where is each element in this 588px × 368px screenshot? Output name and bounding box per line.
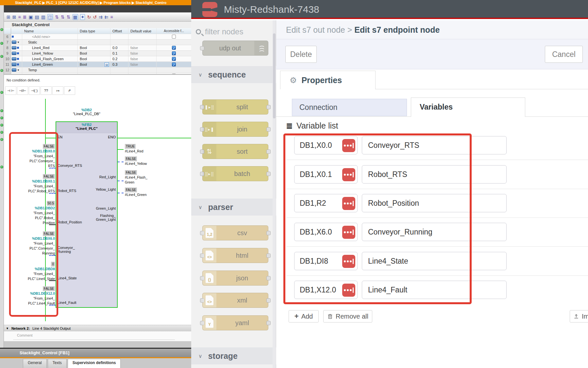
pin-robot-position[interactable]: Robot_Position (58, 220, 82, 224)
tia-toolbar-icon[interactable]: ▤ (35, 14, 39, 20)
scrollbar-thumb[interactable] (273, 33, 276, 118)
tia-toolbar-icon[interactable]: ▥ (41, 14, 45, 20)
tab-variables[interactable]: Variables (411, 97, 525, 117)
row-offset[interactable]: 0.0 (110, 45, 128, 50)
tia-toolbar-icon[interactable]: ⊠ (12, 14, 16, 20)
node-output-port[interactable] (266, 127, 271, 131)
tab-general[interactable]: General (23, 359, 47, 368)
tab-properties[interactable]: ⚙ Properties (280, 71, 376, 89)
tia-toolbar-icon[interactable]: ▦ (73, 14, 78, 20)
palette-node-csv[interactable]: 1,2 csv (202, 225, 268, 240)
tia-toolbar-icon[interactable]: ◫ (47, 14, 53, 20)
pin-robot-rts[interactable]: Robot_RTS (58, 189, 76, 193)
node-output-port[interactable] (266, 254, 271, 258)
add-button[interactable]: + Add (289, 310, 319, 323)
operand-line4-yellow[interactable]: FALSE #Line4_Yellow (125, 156, 147, 166)
tia-toolbar-icon[interactable]: ✦ (80, 14, 85, 20)
empty-box-icon[interactable]: ?? (41, 86, 52, 95)
table-row[interactable]: 6 <Add new> (4, 34, 191, 40)
pin-line4-state[interactable]: Line4_State (58, 276, 77, 280)
row-name[interactable]: Temp (22, 67, 78, 73)
palette-node-json[interactable]: {} json (202, 271, 268, 286)
pin-conveyor-rts[interactable]: Conveyor_RTS (58, 164, 82, 167)
pin-en[interactable]: EN (58, 135, 62, 139)
pin-green-light[interactable]: Green_Light (96, 206, 116, 210)
operand-line4-green[interactable]: FALSE #Line4_Green (125, 187, 147, 197)
node-output-port[interactable] (266, 149, 271, 154)
row-default[interactable]: false (128, 51, 157, 56)
row-name[interactable]: Static (22, 40, 78, 45)
contact-no-icon[interactable]: ⊣ ⊢ (5, 86, 16, 95)
row-datatype[interactable]: Bool (80, 62, 87, 66)
import-button[interactable]: Imp (570, 310, 588, 323)
tia-toolbar-icon[interactable]: ⇅ (55, 14, 59, 20)
palette-section-sequence[interactable]: ∨ sequence (191, 66, 276, 83)
cancel-button[interactable]: Cancel (545, 46, 583, 63)
table-row[interactable]: 9 Line4_Yellow Bool 0.1 false (4, 51, 191, 56)
accessible-checkbox[interactable] (172, 51, 176, 55)
col-header-accessible[interactable]: Accessible f... (157, 28, 191, 34)
row-default[interactable]: false (128, 45, 157, 50)
row-offset[interactable]: 0.3 (110, 62, 128, 67)
row-default[interactable]: false (128, 56, 157, 61)
accessible-checkbox[interactable] (172, 46, 176, 50)
tia-toolbar-icon[interactable]: ≡ (18, 14, 21, 20)
tia-toolbar-icon[interactable]: ↺ (93, 14, 97, 20)
collapse-arrow-icon[interactable]: ▼ (17, 40, 20, 45)
tab-supervision-definitions[interactable]: Supervision definitions (68, 359, 121, 368)
palette-node-join[interactable]: ⣿▸❚ join (202, 122, 268, 137)
col-header-default[interactable]: Default value (128, 28, 157, 34)
table-row[interactable]: 8 Line4_Red Bool 0.0 false (4, 45, 191, 51)
tia-toolbar-icon[interactable]: ⇅ (67, 14, 71, 20)
tab-connection[interactable]: Connection (292, 99, 407, 116)
palette-scrollbar[interactable] (273, 20, 276, 368)
palette-node-sort[interactable]: ⇅ sort (202, 144, 268, 159)
operand-line4-flash-green[interactable]: FALSE #Line4_Flash_ Green (125, 170, 147, 185)
palette-search[interactable]: filter nodes (196, 25, 271, 39)
table-row[interactable]: 7 ▼ Static (4, 40, 191, 45)
col-header-name[interactable]: Name (22, 28, 78, 34)
palette-section-storage[interactable]: ∨ storage (191, 347, 276, 364)
network-2-header[interactable]: ▼ Network 2: Line 4 Stacklight Output (4, 325, 191, 331)
row-name[interactable]: Line4_Flash_Green (22, 56, 78, 61)
db-instance-address[interactable]: %DB2 (56, 108, 118, 112)
table-row-selected[interactable]: 11 Line4_Green Bool▤ 0.3 false (4, 62, 191, 67)
node-output-port[interactable] (266, 298, 271, 303)
node-output-port[interactable] (266, 172, 271, 176)
fbd-network-canvas[interactable]: %DB2 "Line4_PLC_DB" %FB2 "Line4_PLC" EN … (4, 96, 191, 325)
node-output-port[interactable] (266, 276, 271, 280)
table-row[interactable]: 12 ▼ Temp (4, 67, 191, 73)
pin-red-light[interactable]: Red_Light (99, 175, 116, 179)
branch-icon[interactable]: ↦ (52, 86, 63, 95)
node-output-port[interactable] (266, 231, 271, 235)
tia-toolbar-icon[interactable]: ≡ (110, 14, 113, 20)
pin-flashing-green-light[interactable]: Flashing_ Green_Light (96, 214, 116, 221)
tab-texts[interactable]: Texts (48, 359, 67, 368)
node-output-port[interactable] (266, 105, 271, 109)
tia-toolbar-icon[interactable]: ⇉ (99, 14, 103, 20)
collapse-arrow-icon[interactable]: ▼ (17, 67, 20, 73)
palette-node-html[interactable]: <> html (202, 248, 268, 263)
breadcrumb-parent[interactable]: Edit s7 out node (286, 25, 345, 34)
pin-eno[interactable]: ENO (108, 135, 116, 139)
network-comment-field[interactable]: Comment (4, 331, 191, 341)
accessible-checkbox[interactable] (172, 62, 176, 66)
remove-all-button[interactable]: Remove all (323, 310, 372, 323)
node-input-port[interactable] (200, 46, 204, 50)
pin-yellow-light[interactable]: Yellow_Light (96, 187, 116, 191)
close-branch-icon[interactable]: ↱ (64, 86, 75, 95)
row-datatype[interactable]: Bool (78, 45, 110, 50)
col-header-offset[interactable]: Offset (110, 28, 128, 34)
tia-toolbar-icon[interactable]: ▣ (28, 14, 33, 20)
tia-toolbar-icon[interactable]: ⇇ (105, 14, 109, 20)
coil-icon[interactable]: ⊣( ) (29, 86, 40, 95)
row-name[interactable]: Line4_Green (22, 62, 78, 67)
row-offset[interactable]: 0.1 (110, 51, 128, 56)
col-header-datatype[interactable]: Data type (78, 28, 110, 34)
datatype-picker-icon[interactable]: ▤ (105, 62, 109, 67)
table-row[interactable]: 10 Line4_Flash_Green Bool 0.2 false (4, 56, 191, 62)
tia-toolbar-icon[interactable]: ⊞ (7, 14, 10, 20)
row-datatype[interactable]: Bool (78, 51, 110, 56)
tia-toolbar-icon[interactable]: ≣ (23, 14, 27, 20)
palette-node-udp-out[interactable]: udp out ))) (202, 41, 268, 56)
